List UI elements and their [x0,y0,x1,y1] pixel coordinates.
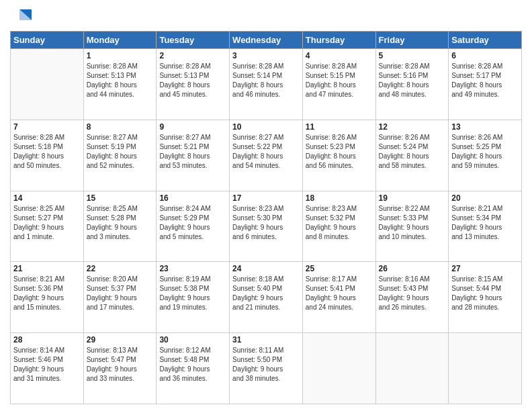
day-info: Sunrise: 8:28 AM Sunset: 5:17 PM Dayligh… [451,62,519,99]
day-header-friday: Friday [375,32,449,49]
header-row: SundayMondayTuesdayWednesdayThursdayFrid… [11,32,522,49]
page: SundayMondayTuesdayWednesdayThursdayFrid… [0,0,532,411]
week-row-3: 21Sunrise: 8:21 AM Sunset: 5:36 PM Dayli… [11,262,522,333]
day-number: 28 [13,335,81,345]
day-number: 7 [13,122,81,132]
day-cell [11,49,84,120]
day-number: 21 [13,264,81,273]
day-info: Sunrise: 8:28 AM Sunset: 5:18 PM Dayligh… [13,133,81,171]
day-number: 6 [451,51,519,60]
day-info: Sunrise: 8:11 AM Sunset: 5:50 PM Dayligh… [232,346,300,383]
day-cell: 9Sunrise: 8:27 AM Sunset: 5:21 PM Daylig… [157,120,230,191]
logo-icon [13,7,32,26]
week-row-1: 7Sunrise: 8:28 AM Sunset: 5:18 PM Daylig… [11,120,522,191]
day-cell: 23Sunrise: 8:19 AM Sunset: 5:38 PM Dayli… [157,262,230,333]
day-number: 1 [87,51,154,60]
day-number: 27 [451,264,519,273]
day-info: Sunrise: 8:25 AM Sunset: 5:27 PM Dayligh… [13,204,81,242]
week-row-4: 28Sunrise: 8:14 AM Sunset: 5:46 PM Dayli… [11,333,522,404]
day-cell: 11Sunrise: 8:26 AM Sunset: 5:23 PM Dayli… [302,120,375,191]
day-info: Sunrise: 8:23 AM Sunset: 5:32 PM Dayligh… [306,204,373,242]
day-number: 25 [306,264,373,273]
day-info: Sunrise: 8:27 AM Sunset: 5:21 PM Dayligh… [159,133,226,171]
day-cell: 4Sunrise: 8:28 AM Sunset: 5:15 PM Daylig… [302,49,375,120]
day-info: Sunrise: 8:24 AM Sunset: 5:29 PM Dayligh… [159,204,226,242]
day-cell: 12Sunrise: 8:26 AM Sunset: 5:24 PM Dayli… [375,120,449,191]
header [10,7,522,26]
day-cell: 24Sunrise: 8:18 AM Sunset: 5:40 PM Dayli… [230,262,303,333]
day-info: Sunrise: 8:28 AM Sunset: 5:13 PM Dayligh… [159,62,226,99]
day-cell: 25Sunrise: 8:17 AM Sunset: 5:41 PM Dayli… [302,262,375,333]
day-number: 14 [13,193,81,203]
day-number: 13 [451,122,519,132]
day-header-thursday: Thursday [302,32,375,49]
day-number: 5 [379,51,446,60]
day-number: 31 [232,335,300,345]
day-cell: 20Sunrise: 8:21 AM Sunset: 5:34 PM Dayli… [449,191,522,262]
day-cell [375,333,449,404]
day-cell: 19Sunrise: 8:22 AM Sunset: 5:33 PM Dayli… [375,191,449,262]
day-cell: 28Sunrise: 8:14 AM Sunset: 5:46 PM Dayli… [11,333,84,404]
day-info: Sunrise: 8:17 AM Sunset: 5:41 PM Dayligh… [306,275,373,312]
week-row-2: 14Sunrise: 8:25 AM Sunset: 5:27 PM Dayli… [11,191,522,262]
day-cell: 17Sunrise: 8:23 AM Sunset: 5:30 PM Dayli… [230,191,303,262]
day-number: 20 [451,193,519,203]
day-number: 8 [87,122,154,132]
day-header-tuesday: Tuesday [157,32,230,49]
day-info: Sunrise: 8:28 AM Sunset: 5:13 PM Dayligh… [87,62,154,99]
day-info: Sunrise: 8:23 AM Sunset: 5:30 PM Dayligh… [232,204,300,242]
day-cell: 1Sunrise: 8:28 AM Sunset: 5:13 PM Daylig… [83,49,157,120]
day-cell: 15Sunrise: 8:25 AM Sunset: 5:28 PM Dayli… [83,191,157,262]
day-cell: 16Sunrise: 8:24 AM Sunset: 5:29 PM Dayli… [157,191,230,262]
day-info: Sunrise: 8:15 AM Sunset: 5:44 PM Dayligh… [451,275,519,312]
day-number: 11 [306,122,373,132]
day-number: 18 [306,193,373,203]
day-cell: 27Sunrise: 8:15 AM Sunset: 5:44 PM Dayli… [449,262,522,333]
day-cell: 18Sunrise: 8:23 AM Sunset: 5:32 PM Dayli… [302,191,375,262]
day-info: Sunrise: 8:13 AM Sunset: 5:47 PM Dayligh… [87,346,154,383]
day-number: 16 [159,193,226,203]
day-info: Sunrise: 8:21 AM Sunset: 5:36 PM Dayligh… [13,275,81,312]
day-info: Sunrise: 8:26 AM Sunset: 5:24 PM Dayligh… [379,133,446,171]
day-cell: 30Sunrise: 8:12 AM Sunset: 5:48 PM Dayli… [157,333,230,404]
day-cell: 13Sunrise: 8:26 AM Sunset: 5:25 PM Dayli… [449,120,522,191]
day-info: Sunrise: 8:22 AM Sunset: 5:33 PM Dayligh… [379,204,446,242]
day-cell: 29Sunrise: 8:13 AM Sunset: 5:47 PM Dayli… [83,333,157,404]
day-info: Sunrise: 8:26 AM Sunset: 5:25 PM Dayligh… [451,133,519,171]
day-number: 9 [159,122,226,132]
day-header-monday: Monday [83,32,157,49]
logo [10,7,32,26]
day-header-sunday: Sunday [11,32,84,49]
day-number: 23 [159,264,226,273]
day-number: 4 [306,51,373,60]
day-cell: 21Sunrise: 8:21 AM Sunset: 5:36 PM Dayli… [11,262,84,333]
day-info: Sunrise: 8:14 AM Sunset: 5:46 PM Dayligh… [13,346,81,383]
day-cell [449,333,522,404]
day-info: Sunrise: 8:19 AM Sunset: 5:38 PM Dayligh… [159,275,226,312]
day-cell: 14Sunrise: 8:25 AM Sunset: 5:27 PM Dayli… [11,191,84,262]
day-info: Sunrise: 8:27 AM Sunset: 5:22 PM Dayligh… [232,133,300,171]
day-number: 29 [87,335,154,345]
day-info: Sunrise: 8:20 AM Sunset: 5:37 PM Dayligh… [87,275,154,312]
day-info: Sunrise: 8:28 AM Sunset: 5:16 PM Dayligh… [379,62,446,99]
day-number: 26 [379,264,446,273]
day-number: 15 [87,193,154,203]
day-number: 2 [159,51,226,60]
day-info: Sunrise: 8:28 AM Sunset: 5:14 PM Dayligh… [232,62,300,99]
day-info: Sunrise: 8:27 AM Sunset: 5:19 PM Dayligh… [87,133,154,171]
day-info: Sunrise: 8:12 AM Sunset: 5:48 PM Dayligh… [159,346,226,383]
day-header-wednesday: Wednesday [230,32,303,49]
day-number: 10 [232,122,300,132]
day-number: 3 [232,51,300,60]
week-row-0: 1Sunrise: 8:28 AM Sunset: 5:13 PM Daylig… [11,49,522,120]
day-cell: 8Sunrise: 8:27 AM Sunset: 5:19 PM Daylig… [83,120,157,191]
day-info: Sunrise: 8:16 AM Sunset: 5:43 PM Dayligh… [379,275,446,312]
day-header-saturday: Saturday [449,32,522,49]
calendar-table: SundayMondayTuesdayWednesdayThursdayFrid… [10,31,522,404]
day-cell: 26Sunrise: 8:16 AM Sunset: 5:43 PM Dayli… [375,262,449,333]
day-number: 22 [87,264,154,273]
day-number: 30 [159,335,226,345]
day-info: Sunrise: 8:21 AM Sunset: 5:34 PM Dayligh… [451,204,519,242]
day-number: 12 [379,122,446,132]
day-cell: 5Sunrise: 8:28 AM Sunset: 5:16 PM Daylig… [375,49,449,120]
